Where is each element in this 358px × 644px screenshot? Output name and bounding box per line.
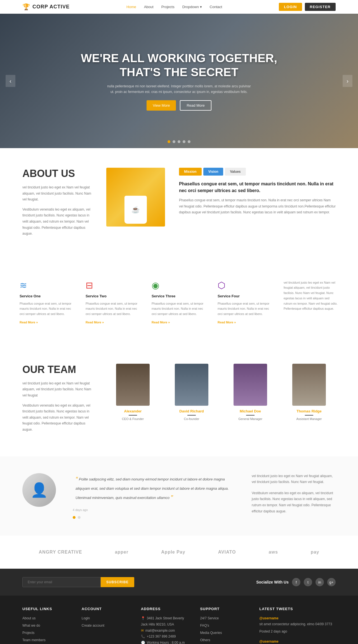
hero-content: WE'RE ALL WORKING TOGETHER, THAT'S THE S… (81, 51, 277, 111)
hero-dot-3[interactable] (178, 140, 180, 143)
team-underline-2 (187, 415, 196, 416)
email-input[interactable] (22, 577, 101, 587)
testimonial-dots (73, 516, 238, 519)
team-name-3: Michael Doe (224, 409, 277, 413)
linkedin-icon[interactable]: in (315, 578, 324, 586)
coffee-cup-icon: ☕ (124, 196, 147, 224)
hero-read-more-button[interactable]: Read More (180, 100, 211, 111)
partner-aviato: AVIATO (218, 550, 236, 555)
team-member-4: Thomas Ridge Assistant Manager (282, 364, 336, 437)
register-button[interactable]: REGISTER (305, 3, 336, 11)
testimonial-time: 4 days ago (73, 508, 238, 512)
team-role-3: General Manager (224, 417, 277, 421)
service-item-3: ◉ Service Three Phasellus congue erat se… (149, 277, 209, 327)
service-text-2: Phasellus congue erat sem, ut tempor mau… (86, 301, 140, 317)
team-photo-alexander (116, 364, 150, 406)
partner-angry-creative: ANGRY CREATIVE (39, 550, 82, 555)
avatar-image: 👤 (22, 473, 56, 507)
list-item: Others (200, 637, 251, 642)
twitter-icon[interactable]: t (304, 578, 312, 586)
service-readmore-4[interactable]: Read More » (218, 321, 236, 324)
hero-dot-4[interactable] (183, 140, 185, 143)
view-more-button[interactable]: View More (147, 100, 176, 111)
hero-dot-2[interactable] (173, 140, 175, 143)
tweet-time-1: Posted 2 days ago (259, 629, 336, 635)
footer-account: ACCOUNT Login Create account (82, 607, 133, 644)
footer-main: USEFUL LINKS About us What we do Project… (0, 596, 358, 644)
account-title: ACCOUNT (82, 607, 133, 611)
list-item: 24/7 Service (200, 615, 251, 620)
t-dot-1[interactable] (73, 516, 76, 519)
service-icon-3: ◉ (152, 280, 206, 291)
partner-aws: aws (269, 550, 278, 555)
service-readmore-3[interactable]: Read More » (152, 321, 170, 324)
about-right: Mission Vision Values Phasellus congue e… (179, 168, 336, 216)
facebook-icon[interactable]: f (292, 578, 300, 586)
hero-dot-5[interactable] (188, 140, 190, 143)
nav-dropdown[interactable]: Dropdown ▾ (182, 5, 202, 9)
about-text2: Vestibulum venenatis leo eget ex aliquam… (22, 207, 95, 237)
team-underline-3 (246, 415, 255, 416)
partner-apper: apper (115, 550, 129, 555)
about-tabs: Mission Vision Values (179, 168, 336, 176)
social-label: Socialize With Us (256, 580, 289, 584)
about-text1: vel tincidunt justo leo eget ex Nam vel … (22, 185, 95, 203)
nav-contact[interactable]: Contact (210, 5, 222, 9)
partner-pay: pay (311, 550, 319, 555)
hero-arrow-left[interactable]: ‹ (6, 75, 15, 87)
services-grid: ≋ Service One Phasellus congue erat sem,… (17, 277, 341, 327)
service-name-3: Service Three (152, 294, 206, 298)
t-dot-2[interactable] (78, 516, 81, 519)
service-text-3: Phasellus congue erat sem, ut tempor mau… (152, 301, 206, 317)
subscribe-form: SUBSCRIBE (22, 577, 134, 587)
team-name-1: Alexander (106, 409, 159, 413)
phone-icon: 📞 (141, 634, 145, 638)
nav-buttons: LOGIN REGISTER (279, 3, 336, 11)
partner-applepay: Apple Pay (161, 550, 185, 555)
service-icon-2: ⊟ (86, 280, 140, 291)
tweet-user-2: @username (259, 640, 278, 643)
team-section: OUR TEAM vel tincidunt justo leo eget ex… (0, 344, 358, 456)
googleplus-icon[interactable]: g+ (327, 578, 336, 586)
tab-mission[interactable]: Mission (179, 168, 202, 176)
footer-useful-links: USEFUL LINKS About us What we do Project… (22, 607, 73, 644)
list-item: About us (22, 615, 73, 620)
list-item: What we do (22, 623, 73, 628)
testimonial-right: vel tincidunt justo leo eget ex Nam vel … (252, 473, 336, 515)
login-button[interactable]: LOGIN (279, 3, 302, 11)
about-title: ABOUT US (22, 168, 95, 179)
team-member-1: Alexander CEO & Founder (106, 364, 159, 437)
account-list: Login Create account (82, 615, 133, 628)
team-photo-thomas (292, 364, 326, 406)
nav-projects[interactable]: Projects (161, 5, 175, 9)
service-item-4: ⬡ Service Four Phasellus congue erat sem… (215, 277, 275, 327)
list-item: Projects (22, 630, 73, 635)
address-email: ✉mail@example.com (141, 628, 192, 634)
tweet-item-1: @username sit amet consectetur adipiscin… (259, 615, 336, 634)
list-item: Login (82, 615, 133, 620)
hero-title: WE'RE ALL WORKING TOGETHER, THAT'S THE S… (81, 51, 277, 80)
nav-about[interactable]: About (144, 5, 154, 9)
quote-text: Polite sadipscing elitz, sed diam nonumy… (73, 473, 238, 504)
list-item: Media Queries (200, 630, 251, 635)
footer-support: SUPPORT 24/7 Service FAQ's Media Queries… (200, 607, 251, 644)
list-item: Team members (22, 637, 73, 642)
nav-home[interactable]: Home (126, 5, 136, 9)
email-icon: ✉ (141, 629, 144, 633)
brand-icon: 🏆 (22, 3, 30, 11)
service-name-4: Service Four (218, 294, 272, 298)
tab-vision[interactable]: Vision (203, 168, 223, 176)
subscribe-button[interactable]: SUBSCRIBE (101, 577, 134, 587)
service-text-1: Phasellus congue erat sem, ut tempor mau… (20, 301, 74, 317)
service-readmore-2[interactable]: Read More » (86, 321, 104, 324)
about-image: ☕ (106, 168, 168, 227)
tab-values[interactable]: Values (225, 168, 246, 176)
about-left: ABOUT US vel tincidunt justo leo eget ex… (22, 168, 95, 241)
service-readmore-1[interactable]: Read More » (20, 321, 38, 324)
support-list: 24/7 Service FAQ's Media Queries Others (200, 615, 251, 642)
clock-icon: 🕐 (141, 641, 145, 644)
services-section: ≋ Service One Phasellus congue erat sem,… (0, 260, 358, 344)
tweet-item-2: @username sit amet consectetur adipiscin… (259, 639, 336, 644)
hero-arrow-right[interactable]: › (343, 75, 352, 87)
hero-dot-1[interactable] (168, 140, 170, 143)
